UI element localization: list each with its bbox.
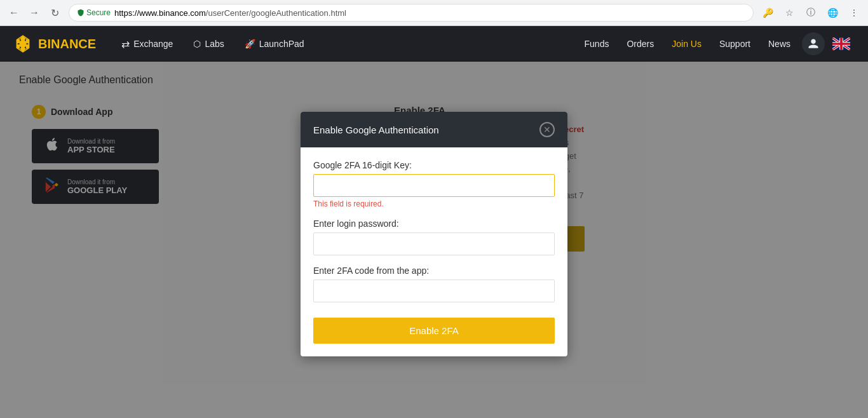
key-icon[interactable]: 🔑 (759, 4, 776, 22)
launchpad-icon: 🚀 (245, 39, 255, 49)
forward-button[interactable]: → (25, 4, 43, 22)
nav-orders[interactable]: Orders (618, 26, 663, 62)
navbar: BINANCE ⇄ Exchange ⬡ Labs 🚀 LaunchPad Fu… (0, 26, 868, 62)
field3-label: Enter 2FA code from the app: (313, 266, 555, 276)
toolbar-actions: 🔑 ☆ ⓘ 🌐 ⋮ (759, 4, 863, 22)
nav-funds[interactable]: Funds (576, 26, 618, 62)
info-icon[interactable]: ⓘ (802, 4, 820, 22)
nav-join-us[interactable]: Join Us (663, 26, 710, 62)
modal-close-button[interactable]: ✕ (539, 122, 555, 137)
field1-label: Google 2FA 16-digit Key: (313, 160, 555, 170)
back-button[interactable]: ← (5, 4, 23, 22)
nav-news[interactable]: News (759, 26, 799, 62)
address-url: https://www.binance.com/userCenter/googl… (114, 8, 346, 18)
flag-uk[interactable] (832, 37, 850, 50)
nav-item-labs[interactable]: ⬡ Labs (183, 26, 234, 62)
page-content: Enable Google Authentication 1 Download … (0, 62, 868, 418)
field2-group: Enter login password: (313, 219, 555, 255)
navbar-nav: ⇄ Exchange ⬡ Labs 🚀 LaunchPad (111, 26, 575, 62)
modal-header: Enable Google Authentication ✕ (301, 112, 567, 147)
nav-item-exchange[interactable]: ⇄ Exchange (111, 26, 183, 62)
logo[interactable]: BINANCE (13, 34, 96, 54)
more-icon[interactable]: ⋮ (845, 4, 863, 22)
field1-group: Google 2FA 16-digit Key: This field is r… (313, 160, 555, 208)
address-bar[interactable]: Secure https://www.binance.com/userCente… (69, 4, 754, 22)
nav-support[interactable]: Support (710, 26, 759, 62)
field1-input[interactable] (313, 174, 555, 197)
nav-item-launchpad[interactable]: 🚀 LaunchPad (234, 26, 315, 62)
labs-icon: ⬡ (193, 39, 201, 49)
browser-toolbar: ← → ↻ Secure https://www.binance.com/use… (0, 0, 868, 25)
modal-body: Google 2FA 16-digit Key: This field is r… (301, 147, 567, 356)
field3-group: Enter 2FA code from the app: (313, 266, 555, 302)
field2-input[interactable] (313, 233, 555, 255)
field1-error: This field is required. (313, 199, 555, 208)
field2-label: Enter login password: (313, 219, 555, 229)
modal: Enable Google Authentication ✕ Google 2F… (301, 112, 567, 356)
field3-input[interactable] (313, 280, 555, 302)
modal-overlay: Enable Google Authentication ✕ Google 2F… (0, 61, 868, 418)
enable-2fa-button[interactable]: Enable 2FA (313, 318, 555, 344)
browser-chrome: ← → ↻ Secure https://www.binance.com/use… (0, 0, 868, 26)
globe-icon[interactable]: 🌐 (824, 4, 841, 22)
navbar-right: Funds Orders Join Us Support News (576, 26, 855, 62)
bookmark-icon[interactable]: ☆ (780, 4, 798, 22)
modal-title: Enable Google Authentication (313, 125, 439, 135)
secure-badge: Secure (77, 8, 111, 17)
user-icon[interactable] (802, 32, 825, 55)
reload-button[interactable]: ↻ (46, 4, 64, 22)
exchange-icon: ⇄ (121, 38, 130, 50)
nav-buttons: ← → ↻ (5, 4, 64, 22)
